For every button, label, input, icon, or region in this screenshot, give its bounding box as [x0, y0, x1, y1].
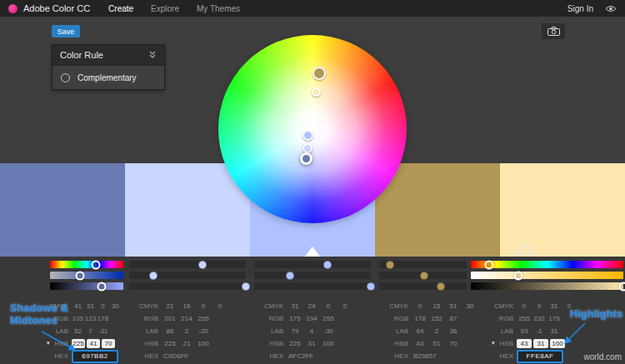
value-input[interactable]: 41 — [87, 339, 100, 348]
value-rows: CMYK312400RGB175194255LAB794-30HSB225311… — [255, 300, 370, 362]
value-row: CMYK312400 — [255, 300, 370, 312]
slider-handle[interactable] — [619, 282, 625, 291]
value-cell: 105 — [72, 315, 84, 322]
saturation-slider[interactable] — [471, 272, 623, 279]
wheel-marker[interactable] — [312, 87, 321, 97]
color-rule-header[interactable]: Color Rule — [52, 45, 164, 65]
slider-handle[interactable] — [97, 282, 106, 291]
slider-handle[interactable] — [437, 282, 445, 291]
value-label: RGB — [488, 315, 517, 322]
value-input[interactable]: 43 — [517, 339, 532, 348]
value-row: RGB201214255 — [130, 312, 245, 325]
value-cell: 0 — [212, 302, 228, 310]
hex-value-highlighted[interactable]: 697BB2 — [72, 350, 118, 363]
swatch-column-4[interactable] — [375, 163, 500, 257]
value-input[interactable]: 31 — [533, 339, 548, 348]
hue-slider[interactable] — [129, 261, 246, 268]
value-input[interactable]: 225 — [72, 339, 85, 348]
value-cell: 100 — [320, 340, 337, 347]
saturation-slider[interactable] — [129, 272, 246, 279]
value-label: LAB — [42, 327, 72, 335]
brightness-slider[interactable] — [379, 282, 467, 290]
selected-swatch-triangle — [305, 247, 320, 257]
saturation-slider[interactable] — [379, 272, 467, 279]
value-row: HEXAFC2FF — [255, 350, 370, 362]
disclosure-caret-icon[interactable]: ▾ — [492, 340, 495, 347]
value-cell: 51 — [428, 340, 445, 347]
brightness-slider[interactable] — [129, 282, 246, 290]
main-nav: Create Explore My Themes — [108, 4, 258, 13]
brightness-slider[interactable] — [50, 282, 123, 290]
slider-group — [379, 261, 467, 293]
save-button[interactable]: Save — [52, 25, 80, 37]
slider-handle[interactable] — [198, 261, 207, 269]
nav-create[interactable]: Create — [108, 4, 133, 13]
value-cell: 201 — [162, 315, 178, 322]
value-cell: -31 — [97, 327, 109, 335]
value-label: RGB — [380, 315, 412, 322]
color-rule-label: Color Rule — [60, 50, 103, 60]
saturation-slider[interactable] — [50, 272, 123, 279]
value-cell: 9 — [532, 302, 547, 310]
adobe-color-logo-icon[interactable] — [8, 4, 18, 13]
slider-handle[interactable] — [367, 282, 375, 291]
wheel-marker[interactable] — [302, 130, 313, 141]
value-cell: 15 — [428, 302, 445, 310]
slider-handle[interactable] — [242, 282, 250, 291]
value-input[interactable]: 100 — [550, 339, 565, 348]
value-cell: 2 — [178, 327, 195, 335]
value-cell: 21 — [162, 302, 178, 310]
slider-handle[interactable] — [484, 260, 493, 269]
brightness-slider[interactable] — [471, 282, 623, 290]
value-cell: 87 — [445, 315, 462, 322]
value-cell: 225 — [162, 340, 178, 347]
slider-handle[interactable] — [513, 271, 522, 280]
slider-handle[interactable] — [323, 261, 332, 269]
color-rule-selected-item[interactable]: Complementary — [52, 65, 164, 89]
value-cell: 0 — [97, 302, 109, 310]
slider-handle[interactable] — [76, 271, 85, 280]
hue-slider[interactable] — [471, 261, 623, 268]
slider-handle[interactable] — [386, 261, 394, 269]
nav-explore[interactable]: Explore — [151, 4, 179, 13]
eye-icon[interactable] — [605, 5, 617, 12]
value-rows: CMYK211600RGB201214255LAB862-20HSB225211… — [130, 300, 245, 362]
value-cell: 31 — [287, 302, 303, 310]
sign-in-link[interactable]: Sign In — [568, 4, 593, 13]
value-row: LAB794-30 — [255, 325, 370, 337]
camera-button[interactable] — [542, 23, 565, 39]
value-cell: 31 — [547, 327, 562, 335]
slider-group — [50, 261, 123, 293]
saturation-slider[interactable] — [254, 272, 371, 279]
value-label: HEX — [488, 352, 517, 360]
brightness-slider[interactable] — [254, 282, 371, 290]
wheel-marker[interactable] — [312, 67, 326, 80]
annotation-shadows-midtones: Shadows & Midtones — [10, 302, 68, 327]
value-cell: 214 — [178, 315, 195, 322]
slider-handle[interactable] — [286, 272, 294, 280]
hue-slider[interactable] — [379, 261, 467, 268]
swatch-column-1[interactable] — [0, 163, 125, 257]
value-label: LAB — [130, 327, 162, 335]
color-rule-selected-label: Complementary — [78, 73, 137, 82]
slider-handle[interactable] — [149, 272, 158, 280]
hue-slider[interactable] — [254, 261, 371, 268]
nav-my-themes[interactable]: My Themes — [197, 4, 240, 13]
value-cell: 86 — [162, 327, 178, 335]
hue-slider[interactable] — [50, 261, 123, 268]
wheel-marker[interactable] — [300, 152, 312, 165]
slider-handle[interactable] — [420, 272, 428, 280]
value-cell: -30 — [320, 327, 337, 335]
base-swatch-triangle — [513, 242, 537, 256]
hex-value-highlighted[interactable]: FFE8AF — [517, 350, 563, 363]
value-cell: 178 — [412, 315, 428, 322]
value-cell: 4 — [303, 327, 320, 335]
value-cell: 0 — [320, 302, 337, 310]
color-wheel[interactable] — [218, 35, 407, 223]
slider-handle[interactable] — [92, 260, 101, 269]
value-cell: AFC2FF — [287, 352, 332, 360]
disclosure-caret-icon[interactable]: ▾ — [47, 340, 50, 347]
value-cell: 51 — [445, 302, 462, 310]
value-input[interactable]: 70 — [102, 339, 115, 348]
value-cell: 93 — [517, 327, 532, 335]
